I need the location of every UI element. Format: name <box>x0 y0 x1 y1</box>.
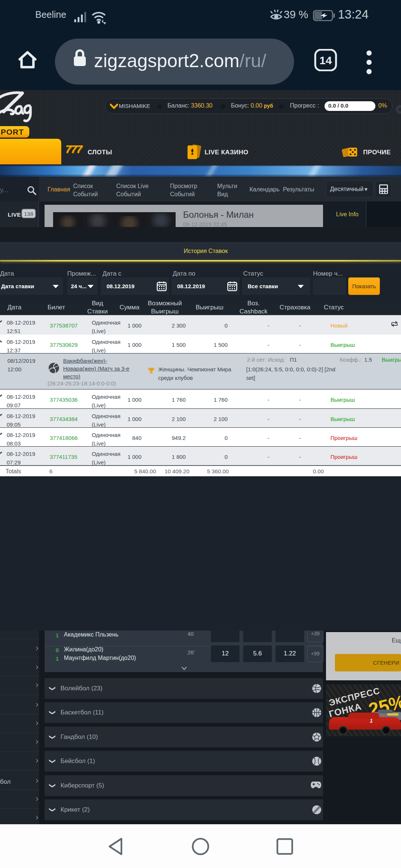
svg-text:14: 14 <box>319 54 332 66</box>
